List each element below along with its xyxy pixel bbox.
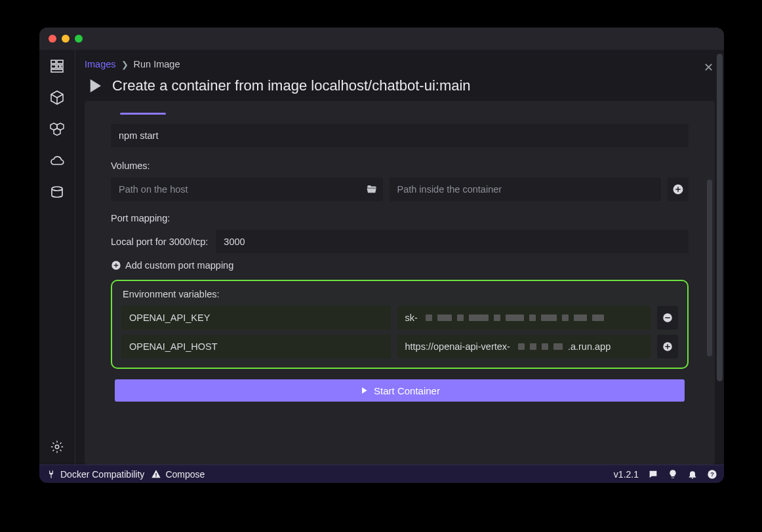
port-mapping-label: Port mapping:	[111, 213, 689, 223]
env-row: sk-	[121, 306, 678, 330]
env-name-input[interactable]	[121, 335, 391, 358]
body-row: Images ❯ Run Image Create a container fr…	[39, 50, 724, 465]
start-container-label: Start Container	[374, 385, 440, 396]
help-icon[interactable]: ?	[707, 469, 717, 480]
svg-text:?: ?	[710, 471, 714, 478]
containers-icon[interactable]	[49, 89, 66, 106]
svg-rect-1	[51, 65, 56, 68]
volumes-row	[111, 178, 689, 201]
lightbulb-icon[interactable]	[668, 469, 678, 480]
sidebar-rail	[39, 50, 75, 465]
svg-rect-5	[51, 69, 63, 72]
port-label: Local port for 3000/tcp:	[111, 237, 208, 247]
warning-icon	[151, 469, 161, 480]
chevron-right-icon: ❯	[121, 60, 129, 69]
env-label: Environment variables:	[123, 289, 678, 299]
titlebar	[39, 28, 724, 50]
bell-icon[interactable]	[687, 469, 698, 480]
window-close-button[interactable]	[49, 35, 56, 43]
page-title: Create a container from image localhost/…	[112, 77, 471, 94]
svg-rect-2	[57, 60, 63, 64]
breadcrumb-images[interactable]: Images	[85, 59, 116, 69]
outer-scrollbar[interactable]	[717, 54, 723, 381]
play-icon	[359, 386, 369, 395]
settings-icon[interactable]	[49, 438, 66, 455]
volume-host-path-input[interactable]	[111, 178, 383, 201]
form-panel: Volumes:	[85, 101, 715, 465]
port-input[interactable]	[216, 230, 689, 254]
dashboard-icon[interactable]	[49, 58, 66, 75]
images-icon[interactable]	[49, 121, 66, 138]
volume-container-path-input[interactable]	[390, 178, 662, 201]
add-port-mapping-button[interactable]: Add custom port mapping	[111, 260, 689, 271]
page-header: Images ❯ Run Image Create a container fr…	[75, 50, 724, 100]
port-row: Local port for 3000/tcp:	[111, 230, 689, 254]
app-window: Images ❯ Run Image Create a container fr…	[39, 28, 724, 483]
window-maximize-button[interactable]	[75, 35, 83, 43]
status-bar: Docker Compatibility Compose v1.2.1 ?	[39, 465, 724, 483]
volumes-icon[interactable]	[49, 183, 66, 200]
window-traffic-lights	[49, 35, 83, 43]
start-container-button[interactable]: Start Container	[115, 379, 685, 402]
svg-rect-4	[61, 65, 63, 68]
volumes-label: Volumes:	[111, 161, 689, 171]
play-icon	[85, 76, 104, 96]
active-tab-indicator	[120, 113, 166, 115]
environment-variables-section: Environment variables: sk-	[111, 280, 689, 369]
env-name-input[interactable]	[121, 306, 391, 330]
svg-rect-13	[156, 473, 157, 476]
svg-point-6	[52, 187, 62, 191]
version-label: v1.2.1	[614, 469, 639, 480]
add-volume-button[interactable]	[668, 178, 689, 201]
svg-rect-0	[51, 60, 56, 64]
env-value-input[interactable]	[397, 306, 651, 330]
breadcrumb: Images ❯ Run Image	[85, 59, 711, 69]
panel-scrollbar[interactable]	[707, 180, 712, 356]
breadcrumb-current: Run Image	[134, 59, 180, 69]
main-area: Images ❯ Run Image Create a container fr…	[75, 50, 724, 465]
svg-rect-3	[57, 65, 60, 68]
env-row: https://openai-api-vertex- .a.run.app	[121, 335, 678, 358]
plug-icon	[46, 469, 56, 480]
cloud-icon[interactable]	[49, 152, 66, 169]
close-button[interactable]: ✕	[704, 60, 713, 75]
svg-rect-14	[156, 476, 157, 476]
chat-icon[interactable]	[648, 469, 658, 480]
window-minimize-button[interactable]	[62, 35, 70, 43]
browse-folder-icon[interactable]	[366, 183, 378, 195]
command-input[interactable]	[111, 124, 689, 147]
env-value-input[interactable]	[397, 335, 651, 358]
status-docker-compat[interactable]: Docker Compatibility	[46, 469, 144, 480]
status-compose[interactable]: Compose	[151, 469, 205, 480]
remove-env-button[interactable]	[657, 306, 678, 330]
svg-point-7	[55, 445, 59, 449]
add-port-label: Add custom port mapping	[125, 260, 233, 271]
svg-rect-11	[665, 317, 670, 318]
add-env-button[interactable]	[657, 335, 678, 358]
